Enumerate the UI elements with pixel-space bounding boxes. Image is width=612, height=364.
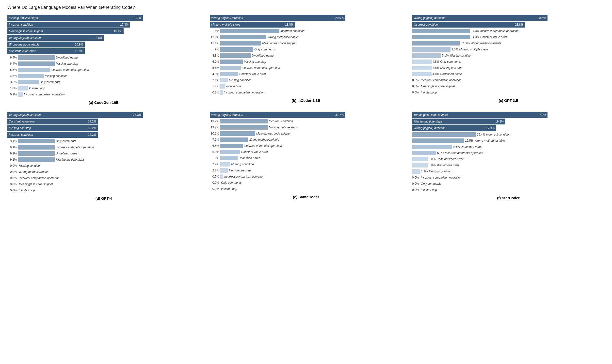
bar-value-left: 9.1% xyxy=(7,139,18,143)
bar-fill xyxy=(18,139,55,143)
bar-value-left: 4.5% xyxy=(7,74,18,78)
bar-label-inside: Wrong (logical) direction xyxy=(9,36,41,40)
bar-fill xyxy=(220,131,255,136)
bar-value-zero: 0.0% xyxy=(210,187,220,191)
page-title: Where Do Large Language Models Fail When… xyxy=(7,5,605,10)
bar-value-left: 5.5% xyxy=(7,68,18,72)
bar-fill xyxy=(220,137,248,142)
bar-row: 14.3%Incorrect arithmetic operation xyxy=(412,28,605,34)
bar-label-zero: Incorrect comparison operation xyxy=(18,176,59,180)
bar-label-right: Missing condition xyxy=(230,163,254,166)
bar-label-right: Missing multiple steps xyxy=(459,48,488,51)
bar-value-left: 5% xyxy=(210,156,220,160)
bar-value-zero: 0.0% xyxy=(210,181,220,184)
chart-caption-f: (f) StarCoder xyxy=(497,196,520,200)
bar-value-zero: 0.0% xyxy=(7,189,18,192)
bar-row: Wrong (logical) direction28.6% xyxy=(412,15,605,21)
bar-row: Missing multiple steps19.2% xyxy=(412,119,605,124)
bar-label-inside: Constant value error xyxy=(9,49,36,53)
chart-e: Wrong (logical) direction31.7%13.7%Incor… xyxy=(210,112,402,200)
bar-value-left: 1.8% xyxy=(7,87,18,90)
bar-fill xyxy=(220,72,238,76)
bar-row: 0.7%Incorrect comparison operation xyxy=(210,174,402,179)
bar-row: Wrong (logical) direction13.6% xyxy=(7,35,200,41)
bar-value: 7.1% xyxy=(441,54,450,57)
bar-label-zero: Wrong method/variable xyxy=(18,170,49,174)
bar-row: Missing multiple steps19.1% xyxy=(7,15,200,21)
bar-label-inside: Meaningless code snippet xyxy=(414,113,448,117)
bar-value-left: 10.1% xyxy=(210,132,220,135)
bar-value-inside: 27.3% xyxy=(132,113,141,117)
bar-row: 4.8%Only comments xyxy=(412,59,605,64)
bar-row: 4.5%Missing condition xyxy=(7,73,200,79)
bar-fill xyxy=(412,41,460,46)
bar-row: 2.2%Missing one step xyxy=(210,168,402,173)
bar-value-inside: 29.9% xyxy=(334,16,344,20)
bar-value: 14.3% xyxy=(470,35,480,39)
bar-fill xyxy=(220,53,251,58)
bar-label-inside: Wrong (logical) direction xyxy=(414,126,445,130)
bar-fill xyxy=(220,47,253,52)
bar-fill xyxy=(18,86,28,91)
bar-row: 0.0%Only comments xyxy=(210,180,402,185)
chart-caption-a: (a) CodeGen-16B xyxy=(89,100,119,105)
bar-value: 1.9% xyxy=(420,170,429,173)
bar-label-right: Incorrect arithmetic operation xyxy=(480,29,518,33)
bar-row: 0.0%Infinite Loop xyxy=(412,187,605,193)
bar-label-right: Missing one step xyxy=(228,169,251,172)
bar-value: 14.3% xyxy=(470,29,480,33)
bar-label-right: Missing one step xyxy=(440,66,462,70)
bar-fill xyxy=(412,132,476,137)
bar-row: 4.8%Missing one step xyxy=(412,65,605,71)
bar-label-right: Undefined name xyxy=(251,54,274,57)
bar-value-left: 0.9% xyxy=(7,93,18,96)
bar-value-inside: 18.2% xyxy=(87,126,96,130)
bar-label-right: Missing multiple steps xyxy=(268,126,298,129)
bar-row: Missing multiple steps18.8% xyxy=(210,22,402,28)
bar-label-right: Missing multiple steps xyxy=(55,158,84,161)
chart-caption-d: (d) GPT-4 xyxy=(96,196,112,200)
bar-row: Constant value error10.9% xyxy=(7,48,200,54)
bar-value-left: 0.7% xyxy=(210,175,220,178)
bar-label-right: Wrong method/variable xyxy=(266,35,298,39)
bar-row: 0.0%Incorrect comparison operation xyxy=(7,175,200,181)
bar-row: 5.5%Incorrect arithmetic operation xyxy=(7,67,200,73)
bar-value: 5.8% xyxy=(436,151,445,155)
bar-value-left: 13.7% xyxy=(210,126,220,129)
bar-row: Incorrect condition23.8% xyxy=(412,22,605,28)
chart-area-a: Missing multiple steps19.1%Incorrect con… xyxy=(7,15,200,98)
bar-fill xyxy=(220,29,279,33)
bar-fill xyxy=(220,150,240,154)
bar-label-zero: Incorrect comparison operation xyxy=(420,176,461,179)
bar-label-right: Wrong method/variable xyxy=(474,139,505,142)
bar-label-zero: Meaningless code snippet xyxy=(420,85,455,88)
bar-value-inside: 17.3% xyxy=(119,23,129,26)
bar-row: 9.1%Only comments xyxy=(7,138,200,144)
bar-row: 11.9%Wrong method/variable xyxy=(412,41,605,46)
bar-row: 2.1%Missing condition xyxy=(210,77,402,83)
bar-fill xyxy=(412,66,432,70)
bar-label-right: Missing one step xyxy=(436,164,459,167)
bar-value-left: 5.8% xyxy=(210,150,220,154)
bar-value-zero: 0.0% xyxy=(412,91,420,94)
bar-row: 5.6%Incorrect arithmetic operation xyxy=(210,65,402,71)
bar-row: 0.7%Incorrect comparison operation xyxy=(210,90,402,95)
bar-row: Wrong method/variable10.9% xyxy=(7,42,200,47)
bar-label-right: Infinite Loop xyxy=(28,87,45,90)
bar-row: Incorrect condition18.2% xyxy=(7,132,200,138)
chart-area-d: Wrong (logical) direction27.3%Constant v… xyxy=(7,112,200,194)
bar-label-inside: Missing multiple steps xyxy=(211,23,240,26)
bar-label-inside: Constant value error xyxy=(9,120,36,123)
bar-value-zero: 0.0% xyxy=(412,85,420,88)
bar-value-inside: 10.9% xyxy=(74,49,83,53)
bar-row: Meaningless code snippet16.4% xyxy=(7,28,200,34)
bar-fill xyxy=(220,125,268,130)
bar-label-right: Only comments xyxy=(39,80,60,84)
bar-label-inside: Incorrect condition xyxy=(9,133,33,136)
bar-row: Constant value error18.2% xyxy=(7,119,200,124)
bar-label-right: Missing condition xyxy=(228,78,252,82)
charts-grid: Missing multiple steps19.1%Incorrect con… xyxy=(7,15,605,200)
bar-value-left: 6.5% xyxy=(210,144,220,148)
bar-row: 0.0%Infinite Loop xyxy=(210,186,402,192)
bar-fill xyxy=(18,55,55,60)
